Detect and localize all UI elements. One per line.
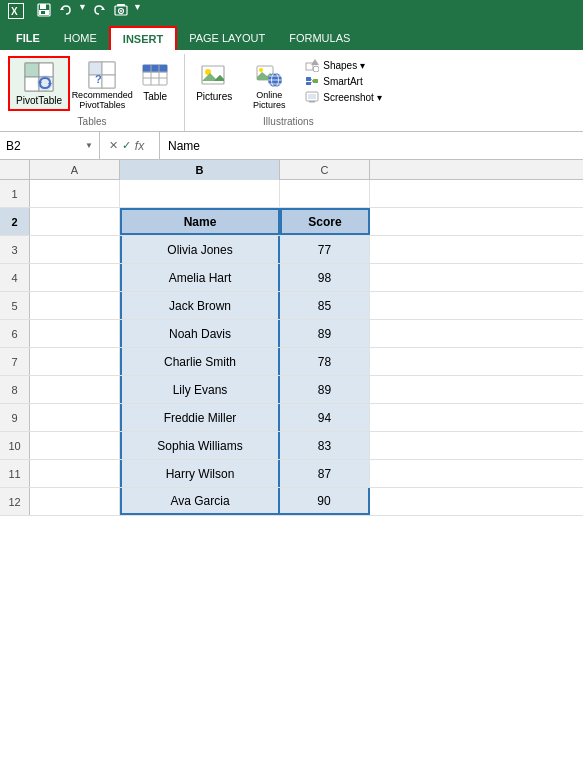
cell-value: 85 <box>318 299 331 313</box>
col-header-b[interactable]: B <box>120 160 280 180</box>
recommended-pivottables-button[interactable]: ? Recommended PivotTables <box>74 56 130 116</box>
row-number[interactable]: 9 <box>0 404 30 431</box>
cell-value: 83 <box>318 439 331 453</box>
tab-page-layout[interactable]: PAGE LAYOUT <box>177 26 277 50</box>
cell-a12[interactable] <box>30 488 120 515</box>
table-row: 1 <box>0 180 583 208</box>
row-number[interactable]: 10 <box>0 432 30 459</box>
tables-buttons: PivotTable ? Recommended PivotTables <box>8 56 176 116</box>
cell-a10[interactable] <box>30 432 120 459</box>
cell-c7[interactable]: 78 <box>280 348 370 375</box>
online-pictures-icon <box>255 61 283 89</box>
cell-value: Ava Garcia <box>170 494 229 508</box>
cancel-icon[interactable]: ✕ <box>109 139 118 152</box>
cell-value: Sophia Williams <box>157 439 242 453</box>
row-number[interactable]: 3 <box>0 236 30 263</box>
cell-c6[interactable]: 89 <box>280 320 370 347</box>
cell-b2[interactable]: Name <box>120 208 280 235</box>
tab-insert[interactable]: INSERT <box>109 26 177 50</box>
row-number[interactable]: 11 <box>0 460 30 487</box>
smartart-button[interactable]: SmartArt <box>305 74 381 88</box>
pivot-table-button[interactable]: PivotTable <box>8 56 70 111</box>
table-button[interactable]: Table <box>134 56 176 107</box>
cell-value: Freddie Miller <box>164 411 237 425</box>
table-icon <box>141 61 169 89</box>
title-bar: X ▼ <box>0 0 583 22</box>
cell-b5[interactable]: Jack Brown <box>120 292 280 319</box>
cell-a7[interactable] <box>30 348 120 375</box>
confirm-icon[interactable]: ✓ <box>122 139 131 152</box>
tab-file[interactable]: FILE <box>4 26 52 50</box>
table-row: 5 Jack Brown 85 <box>0 292 583 320</box>
row-number[interactable]: 12 <box>0 488 30 515</box>
name-box-arrow[interactable]: ▼ <box>85 141 93 150</box>
cell-b12[interactable]: Ava Garcia <box>120 488 280 515</box>
cell-a5[interactable] <box>30 292 120 319</box>
row-number[interactable]: 4 <box>0 264 30 291</box>
cell-b9[interactable]: Freddie Miller <box>120 404 280 431</box>
cell-c8[interactable]: 89 <box>280 376 370 403</box>
cell-value: Name <box>184 215 217 229</box>
svg-point-37 <box>259 68 263 72</box>
cell-a1[interactable] <box>30 180 120 207</box>
screenshot-button[interactable]: Screenshot ▾ <box>305 90 381 104</box>
svg-line-50 <box>311 79 313 81</box>
cell-b6[interactable]: Noah Davis <box>120 320 280 347</box>
pictures-button[interactable]: Pictures <box>189 56 239 107</box>
cell-c9[interactable]: 94 <box>280 404 370 431</box>
row-number[interactable]: 5 <box>0 292 30 319</box>
shapes-label: Shapes ▾ <box>323 60 365 71</box>
cell-b7[interactable]: Charlie Smith <box>120 348 280 375</box>
cell-c1[interactable] <box>280 180 370 207</box>
svg-text:?: ? <box>95 73 102 85</box>
cell-c4[interactable]: 98 <box>280 264 370 291</box>
cell-c11[interactable]: 87 <box>280 460 370 487</box>
shapes-button[interactable]: Shapes ▾ <box>305 58 381 72</box>
name-box[interactable]: B2 ▼ <box>0 132 100 159</box>
row-number[interactable]: 2 <box>0 208 30 235</box>
formula-value[interactable]: Name <box>168 139 200 153</box>
online-pictures-label: Online Pictures <box>250 91 288 111</box>
svg-rect-14 <box>39 63 53 77</box>
cell-a8[interactable] <box>30 376 120 403</box>
print-preview-button[interactable] <box>111 2 131 20</box>
redo-button[interactable] <box>89 2 109 20</box>
cell-value: 94 <box>318 411 331 425</box>
row-number[interactable]: 7 <box>0 348 30 375</box>
cell-a2[interactable] <box>30 208 120 235</box>
row-number[interactable]: 1 <box>0 180 30 207</box>
cell-b1[interactable] <box>120 180 280 207</box>
cell-c12[interactable]: 90 <box>280 488 370 515</box>
cell-c10[interactable]: 83 <box>280 432 370 459</box>
formula-bar: B2 ▼ ✕ ✓ fx Name <box>0 132 583 160</box>
tab-formulas[interactable]: FORMULAS <box>277 26 362 50</box>
undo-arrow[interactable]: ▼ <box>78 2 87 20</box>
cell-a9[interactable] <box>30 404 120 431</box>
cell-c2[interactable]: Score <box>280 208 370 235</box>
table-row: 2 Name Score <box>0 208 583 236</box>
cell-a4[interactable] <box>30 264 120 291</box>
svg-marker-45 <box>311 59 319 65</box>
cell-c3[interactable]: 77 <box>280 236 370 263</box>
cell-b3[interactable]: Olivia Jones <box>120 236 280 263</box>
cell-a3[interactable] <box>30 236 120 263</box>
save-button[interactable] <box>34 2 54 20</box>
col-header-c[interactable]: C <box>280 160 370 180</box>
row-number[interactable]: 8 <box>0 376 30 403</box>
row-number[interactable]: 6 <box>0 320 30 347</box>
undo-button[interactable] <box>56 2 76 20</box>
cell-b8[interactable]: Lily Evans <box>120 376 280 403</box>
cell-b4[interactable]: Amelia Hart <box>120 264 280 291</box>
cell-value: 87 <box>318 467 331 481</box>
online-pictures-button[interactable]: Online Pictures <box>243 56 295 116</box>
svg-rect-22 <box>102 62 115 75</box>
cell-a11[interactable] <box>30 460 120 487</box>
cell-b10[interactable]: Sophia Williams <box>120 432 280 459</box>
col-header-a[interactable]: A <box>30 160 120 180</box>
tab-home[interactable]: HOME <box>52 26 109 50</box>
customize-qa-arrow[interactable]: ▼ <box>133 2 142 20</box>
table-row: 7 Charlie Smith 78 <box>0 348 583 376</box>
cell-b11[interactable]: Harry Wilson <box>120 460 280 487</box>
cell-a6[interactable] <box>30 320 120 347</box>
cell-c5[interactable]: 85 <box>280 292 370 319</box>
